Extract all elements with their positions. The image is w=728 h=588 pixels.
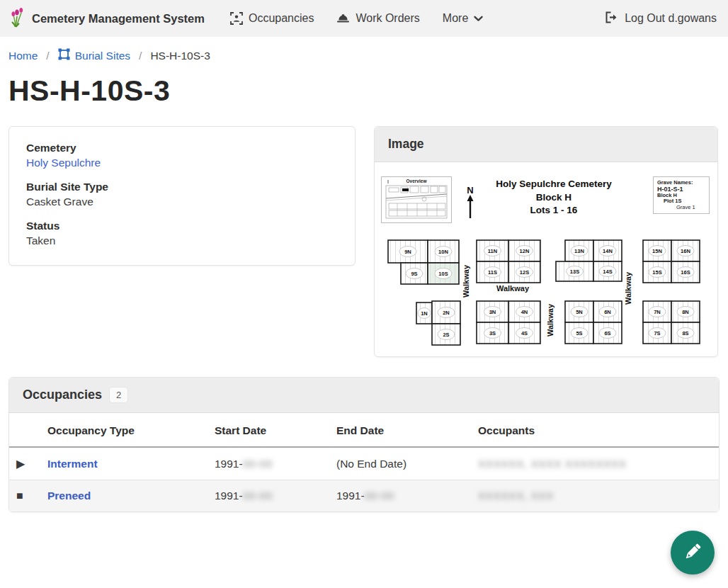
field-value: Casket Grave [26,196,338,208]
stop-icon: ■ [9,480,40,512]
play-icon: ▶ [9,447,40,480]
svg-text:9S: 9S [411,271,417,277]
nav-item-occupancies[interactable]: Occupancies [230,12,314,25]
breadcrumb-separator: / [46,50,49,62]
occupancies-table: Occupancy Type Start Date End Date Occup… [9,413,719,511]
tulip-logo-icon [8,6,25,30]
breadcrumb-burial-sites-link[interactable]: Burial Sites [58,48,130,63]
map-title-line: Lots 1 - 16 [486,204,622,217]
cemetery-link[interactable]: Holy Sepulchre [26,157,101,169]
breadcrumb-label: Burial Sites [75,50,130,62]
breadcrumb-current: HS-H-10S-3 [150,50,210,62]
svg-text:8N: 8N [682,309,689,315]
logout-button[interactable]: Log Out d.gowans [605,11,717,26]
svg-text:16S: 16S [681,269,690,276]
svg-text:12S: 12S [520,269,529,276]
svg-text:7S: 7S [654,330,660,337]
occupancies-title: Occupancies [23,388,102,402]
walkway-label: Walkway [624,271,632,305]
breadcrumb-home-link[interactable]: Home [8,50,38,62]
top-navbar: Cemetery Management System Occupancies W… [0,0,728,37]
north-arrow-icon [466,195,474,219]
field-label: Burial Site Type [26,181,338,193]
svg-text:3N: 3N [489,309,496,315]
end-date-cell: 1991-00-00 [329,480,471,512]
svg-text:15N: 15N [652,248,662,254]
image-card-body: 9N10N9S10S11N12N11S12S13N14N13S14S15N16N… [375,162,717,356]
nav-item-more[interactable]: More [443,12,483,25]
occupancies-count-badge: 2 [110,388,127,402]
svg-text:5N: 5N [576,309,583,315]
image-card-header: Image [375,127,717,162]
pencil-icon [682,541,703,565]
svg-text:13S: 13S [570,268,579,275]
breadcrumb-label: Home [8,50,38,62]
cards-row: Cemetery Holy Sepulchre Burial Site Type… [0,126,728,357]
column-header-occupants: Occupants [471,413,719,447]
svg-text:11N: 11N [488,248,497,254]
svg-text:2N: 2N [443,310,450,316]
svg-text:10S: 10S [438,271,448,277]
svg-text:6S: 6S [604,330,610,337]
nav-item-work-orders[interactable]: Work Orders [336,12,419,25]
svg-text:4N: 4N [521,309,528,315]
field-burial-site-type: Burial Site Type Casket Grave [26,181,338,208]
svg-text:11S: 11S [488,269,497,276]
start-date-cell: 1991-00-00 [207,480,329,512]
field-value: Taken [26,234,338,247]
column-header-start-date: Start Date [207,413,329,447]
field-status: Status Taken [26,220,338,247]
table-row-interment: ▶ Interment 1991-00-00 (No End Date) XXX… [9,447,719,480]
breadcrumb: Home / Burial Sites / HS-H-10S-3 [0,37,728,63]
plot-map-image: 9N10N9S10S11N12N11S12S13N14N13S14S15N16N… [381,169,711,346]
nav-item-label: More [443,12,468,25]
edit-fab-button[interactable] [671,531,715,575]
nav-item-label: Work Orders [356,12,419,25]
table-row-preneed: ■ Preneed 1991-00-00 1991-00-00 XXXXXX, … [9,480,719,512]
selection-square-icon [58,48,70,63]
image-card-title: Image [388,137,424,152]
redacted-text: 00-00 [243,490,273,502]
svg-text:3S: 3S [489,330,496,337]
field-label: Cemetery [26,142,338,154]
column-header-icon [9,413,40,447]
redacted-text: 00-00 [365,490,394,502]
interment-link[interactable]: Interment [47,458,98,470]
svg-text:7N: 7N [654,309,661,315]
svg-text:14N: 14N [603,248,613,254]
walkway-label: Walkway [546,303,554,337]
chevron-down-icon [474,16,483,22]
app-title: Cemetery Management System [32,12,205,26]
occupants-cell: XXXXXX, XXX [471,480,719,512]
redacted-text: 00-00 [243,458,273,470]
svg-text:5S: 5S [576,330,582,337]
occupant-frame-icon [230,12,243,25]
redacted-text: XXXXXX, XXX [478,490,554,502]
redacted-text: XXXXXX, XXXX XXXXXXXX [478,458,627,470]
map-title-line: Block H [486,191,622,205]
image-card: Image 9N10N9S10S11N12N11S12S13N14N13S14S… [374,126,718,357]
preneed-link[interactable]: Preneed [47,490,91,502]
breadcrumb-separator: / [139,50,142,62]
map-title-line: Holy Sepulchre Cemetery [486,178,622,191]
brand: Cemetery Management System [8,6,205,30]
nav-item-label: Occupancies [249,12,314,25]
occupancies-card: Occupancies 2 Occupancy Type Start Date … [8,377,720,512]
table-header-row: Occupancy Type Start Date End Date Occup… [9,413,719,447]
column-header-end-date: End Date [329,413,471,447]
occupants-cell: XXXXXX, XXXX XXXXXXXX [471,447,719,480]
map-title: Holy Sepulchre Cemetery Block H Lots 1 -… [486,178,622,217]
grave-names-legend: Grave Names: H-01-S-1 Block H Plot 1S Gr… [653,176,710,214]
svg-text:13N: 13N [574,248,584,254]
field-label: Status [26,220,338,232]
page-title: HS-H-10S-3 [8,74,720,108]
svg-text:16N: 16N [681,248,690,254]
svg-text:4S: 4S [521,330,528,337]
end-date-cell: (No End Date) [329,447,471,480]
logout-label: Log Out d.gowans [625,12,717,25]
column-header-occupancy-type: Occupancy Type [40,413,207,447]
hard-hat-icon [336,13,350,24]
north-compass: N [464,186,477,222]
svg-text:8S: 8S [682,330,688,337]
svg-text:15S: 15S [652,269,661,276]
